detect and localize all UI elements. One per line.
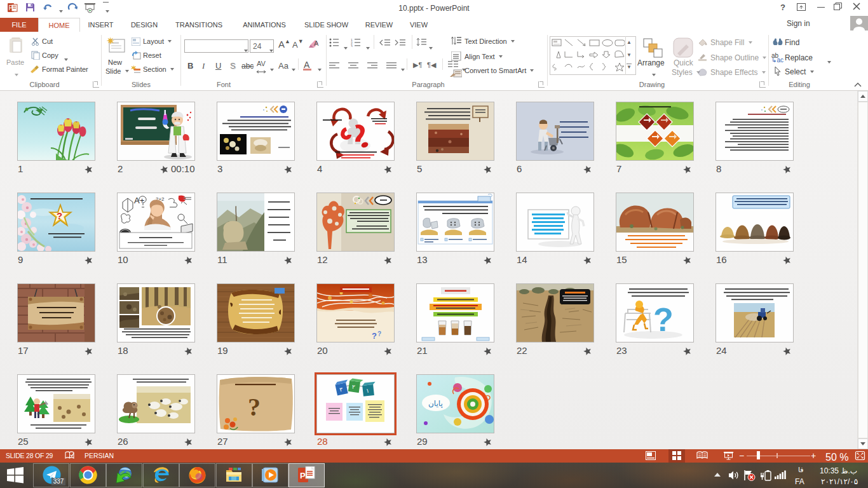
svg-text:P: P bbox=[300, 471, 306, 480]
